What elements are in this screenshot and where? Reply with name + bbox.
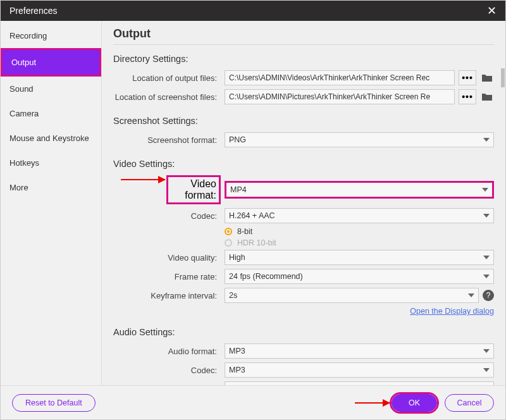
video-format-select[interactable]: MP4 [225, 181, 494, 199]
open-screenshot-folder-icon[interactable] [480, 89, 494, 104]
radio-8bit[interactable] [225, 228, 232, 235]
browse-screenshot-button[interactable]: ••• [459, 89, 476, 104]
close-icon[interactable]: ✕ [487, 4, 497, 18]
open-output-folder-icon[interactable] [480, 70, 494, 85]
radio-hdr-label: HDR 10-bit [237, 238, 276, 247]
sidebar-item-hotkeys[interactable]: Hotkeys [1, 151, 101, 175]
screenshot-location-label: Location of screenshot files: [113, 92, 221, 102]
audio-format-label: Audio format: [113, 347, 221, 356]
sidebar: Recording Output Sound Camera Mouse and … [1, 21, 102, 385]
section-title-video: Video Settings: [113, 159, 494, 169]
screenshot-format-label: Screenshot format: [113, 135, 221, 145]
radio-hdr[interactable] [225, 239, 232, 247]
radio-8bit-label: 8-bit [237, 227, 252, 236]
frame-rate-label: Frame rate: [113, 272, 221, 281]
keyframe-label: Keyframe interval: [113, 291, 221, 300]
video-codec-label: Codec: [113, 211, 221, 221]
section-directory: Directory Settings: Location of output f… [113, 54, 494, 104]
video-codec-select[interactable]: H.264 + AAC [225, 208, 494, 223]
section-title-audio: Audio Settings: [113, 327, 494, 337]
output-location-input[interactable]: C:\Users\ADMIN\Videos\ArkThinker\ArkThin… [225, 70, 455, 85]
footer: Reset to Default OK Cancel [1, 385, 505, 419]
sidebar-item-camera[interactable]: Camera [1, 101, 101, 126]
reset-default-button[interactable]: Reset to Default [12, 394, 96, 412]
page-title: Output [113, 27, 494, 45]
screenshot-format-select[interactable]: PNG [225, 132, 494, 147]
sidebar-item-mouse-keystroke[interactable]: Mouse and Keystroke [1, 126, 101, 151]
section-screenshot: Screenshot Settings: Screenshot format: … [113, 116, 494, 147]
scrollbar-thumb[interactable] [501, 68, 505, 87]
sidebar-item-more[interactable]: More [1, 175, 101, 200]
window-title: Preferences [9, 6, 57, 16]
section-title-screenshot: Screenshot Settings: [113, 116, 494, 126]
audio-format-select[interactable]: MP3 [225, 343, 494, 359]
section-video: Video Settings: Video format: MP4 Codec:… [113, 159, 494, 316]
keyframe-select[interactable]: 2s [225, 288, 479, 303]
sidebar-item-output[interactable]: Output [3, 50, 99, 75]
annotation-arrow-ok [355, 402, 390, 404]
main-panel: Output Directory Settings: Location of o… [102, 21, 505, 385]
frame-rate-select[interactable]: 24 fps (Recommend) [225, 269, 494, 284]
open-display-link[interactable]: Open the Display dialog [410, 307, 494, 316]
video-quality-label: Video quality: [113, 253, 221, 262]
screenshot-location-input[interactable]: C:\Users\ADMIN\Pictures\ArkThinker\ArkTh… [225, 89, 455, 104]
browse-output-button[interactable]: ••• [459, 70, 476, 85]
annotation-arrow-video [121, 179, 165, 180]
audio-codec-label: Codec: [113, 366, 221, 375]
cancel-button[interactable]: Cancel [445, 394, 494, 412]
help-icon[interactable]: ? [483, 290, 494, 301]
sidebar-item-sound[interactable]: Sound [1, 77, 101, 101]
titlebar: Preferences ✕ [1, 1, 505, 21]
sidebar-item-recording[interactable]: Recording [1, 23, 101, 48]
output-location-label: Location of output files: [113, 73, 221, 83]
section-audio: Audio Settings: Audio format: MP3 Codec:… [113, 327, 494, 385]
video-quality-select[interactable]: High [225, 250, 494, 265]
audio-codec-select[interactable]: MP3 [225, 362, 494, 378]
ok-button[interactable]: OK [392, 394, 437, 412]
video-format-label: Video format: [166, 175, 221, 204]
section-title-directory: Directory Settings: [113, 54, 494, 64]
